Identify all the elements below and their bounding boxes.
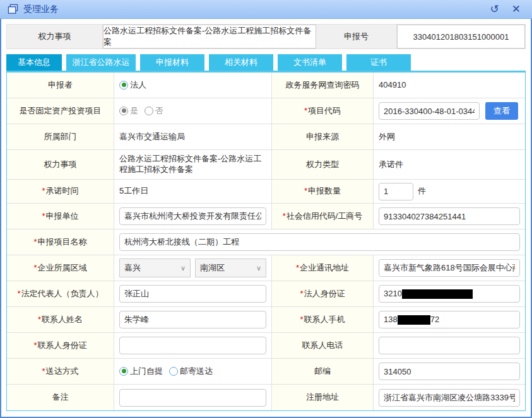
region-value: 嘉兴 ∨ 南湖区 ∨ — [114, 255, 271, 281]
contact-name-input[interactable] — [119, 311, 266, 328]
title-bar: 受理业务 ↺ ✕ — [0, 0, 532, 19]
contact-id-input[interactable] — [119, 337, 266, 354]
contact-name-value — [114, 307, 271, 332]
source-label: 申报来源 — [271, 124, 374, 149]
fixed-asset-value: 是 否 — [114, 98, 271, 124]
radio-off-icon — [145, 107, 153, 115]
remark-input[interactable] — [119, 389, 266, 407]
chevron-down-icon: ∨ — [256, 264, 261, 272]
header-power-item-label: 权力事项 — [7, 25, 103, 49]
query-password-value: 404910 — [374, 73, 525, 98]
contact-id-value — [114, 333, 271, 358]
tab-zhejiang-highway[interactable]: 浙江省公路水运 — [66, 54, 136, 71]
query-password-label: 政务服务网查询密码 — [271, 73, 374, 98]
postcode-label: 邮编 — [271, 359, 374, 384]
legal-id-input[interactable]: 3210 — [379, 285, 520, 303]
reg-address-input[interactable] — [379, 389, 520, 407]
declarant-value: 法人 — [114, 73, 271, 98]
tab-apply-materials[interactable]: 申报材料 — [140, 54, 204, 71]
form-row-fixed-asset: 是否固定资产投资项目 是 否 *项目代码 查看 — [7, 98, 525, 124]
declarant-label: 申报者 — [7, 73, 114, 98]
accept-business-window: 受理业务 ↺ ✕ 权力事项 公路水运工程招标文件备案-公路水运工程施工招标文件备… — [0, 0, 532, 418]
promise-time-value: 5工作日 — [114, 180, 271, 203]
tab-bar: 基本信息 浙江省公路水运 申报材料 相关材料 文书清单 证书 — [6, 54, 526, 71]
power-type-value: 承诺件 — [374, 150, 525, 179]
tab-document-list[interactable]: 文书清单 — [278, 54, 342, 71]
city-select[interactable]: 嘉兴 ∨ — [119, 258, 191, 277]
radio-on-icon — [119, 107, 128, 115]
credit-code-label: *社会信用代码/工商号 — [271, 204, 374, 229]
contact-mobile-input[interactable]: 138 72 — [379, 311, 520, 328]
fixed-asset-label: 是否固定资产投资项目 — [7, 98, 114, 124]
legal-person-input[interactable] — [119, 285, 266, 303]
redaction-block — [402, 289, 473, 299]
reg-address-value — [374, 385, 525, 410]
chevron-down-icon: ∨ — [180, 264, 186, 272]
refresh-icon[interactable]: ↺ — [487, 4, 503, 15]
legal-id-label: *法人身份证 — [271, 281, 374, 306]
form-row-delivery: *送达方式 上门自提 邮寄送达 邮编 — [7, 359, 525, 385]
form-row-contact-name: *联系人姓名 *联系人手机 138 72 — [7, 307, 525, 333]
comm-address-value — [374, 255, 525, 281]
legal-person-value — [114, 281, 271, 306]
contact-phone-label: 联系人电话 — [271, 333, 374, 358]
form-row-department: 所属部门 嘉兴市交通运输局 申报来源 外网 — [7, 124, 525, 150]
project-code-value: 查看 — [374, 98, 525, 124]
apply-unit-label: *申报单位 — [7, 204, 114, 229]
project-name-label: *申报项目名称 — [7, 229, 114, 255]
window-icon — [8, 4, 18, 15]
radio-no[interactable]: 否 — [145, 106, 163, 117]
apply-unit-input[interactable] — [119, 207, 266, 225]
tab-related-materials[interactable]: 相关材料 — [209, 54, 273, 71]
radio-mail-delivery[interactable]: 邮寄送达 — [169, 366, 213, 377]
quantity-input[interactable] — [379, 183, 413, 200]
form-row-promise-time: *承诺时间 5工作日 *申报数量 件 — [7, 180, 525, 204]
remark-value — [114, 385, 271, 410]
contact-phone-input[interactable] — [379, 337, 520, 354]
project-name-input[interactable] — [119, 233, 520, 251]
header-apply-no-label: 申报号 — [316, 25, 397, 49]
project-code-label: *项目代码 — [271, 98, 374, 124]
department-value: 嘉兴市交通运输局 — [114, 124, 271, 149]
form-row-region: *企业所属区域 嘉兴 ∨ 南湖区 ∨ *企业通讯地址 — [7, 255, 525, 281]
comm-address-label: *企业通讯地址 — [271, 255, 374, 281]
radio-on-icon — [119, 367, 128, 376]
department-label: 所属部门 — [7, 124, 114, 149]
contact-phone-value — [374, 333, 525, 358]
contact-id-label: *联系人身份证 — [7, 333, 114, 358]
radio-self-pickup[interactable]: 上门自提 — [119, 366, 163, 377]
tab-certificate[interactable]: 证书 — [346, 54, 411, 71]
remark-label: 备注 — [7, 385, 114, 410]
redaction-block — [398, 315, 430, 325]
power-item-value: 公路水运工程招标文件备案-公路水运工程施工招标文件备案 — [114, 150, 271, 179]
header-strip: 权力事项 公路水运工程招标文件备案-公路水运工程施工招标文件备案 申报号 330… — [6, 24, 526, 49]
contact-name-label: *联系人姓名 — [7, 307, 114, 332]
postcode-input[interactable] — [379, 363, 520, 380]
window-body: 权力事项 公路水运工程招标文件备案-公路水运工程施工招标文件备案 申报号 330… — [0, 19, 532, 418]
apply-unit-value — [114, 204, 271, 229]
region-label: *企业所属区域 — [7, 255, 114, 281]
close-icon[interactable]: ✕ — [508, 4, 524, 15]
promise-time-label: *承诺时间 — [7, 180, 114, 203]
reg-address-label: 注册地址 — [271, 385, 374, 410]
radio-yes[interactable]: 是 — [119, 106, 138, 117]
form-row-apply-unit: *申报单位 *社会信用代码/工商号 — [7, 204, 525, 229]
form-row-power-item: 权力事项 公路水运工程招标文件备案-公路水运工程施工招标文件备案 权力类型 承诺… — [7, 150, 525, 180]
basic-info-form: 申报者 法人 政务服务网查询密码 404910 是否固定资产投资项目 是 — [6, 71, 526, 411]
project-code-input[interactable] — [379, 102, 480, 120]
delivery-value: 上门自提 邮寄送达 — [114, 359, 271, 384]
contact-mobile-value: 138 72 — [374, 307, 525, 332]
project-name-value — [114, 229, 525, 255]
tab-basic-info[interactable]: 基本信息 — [6, 54, 62, 71]
form-row-remark: 备注 注册地址 — [7, 385, 525, 410]
district-select[interactable]: 南湖区 ∨ — [195, 258, 266, 277]
radio-legal-person[interactable]: 法人 — [119, 80, 146, 91]
view-button[interactable]: 查看 — [485, 102, 518, 120]
quantity-unit: 件 — [418, 186, 426, 197]
radio-on-icon — [119, 81, 128, 90]
credit-code-input[interactable] — [379, 207, 520, 225]
credit-code-value — [374, 204, 525, 229]
comm-address-input[interactable] — [379, 259, 520, 277]
form-row-legal-person: *法定代表人（负责人） *法人身份证 3210 — [7, 281, 525, 307]
radio-off-icon — [169, 367, 178, 376]
